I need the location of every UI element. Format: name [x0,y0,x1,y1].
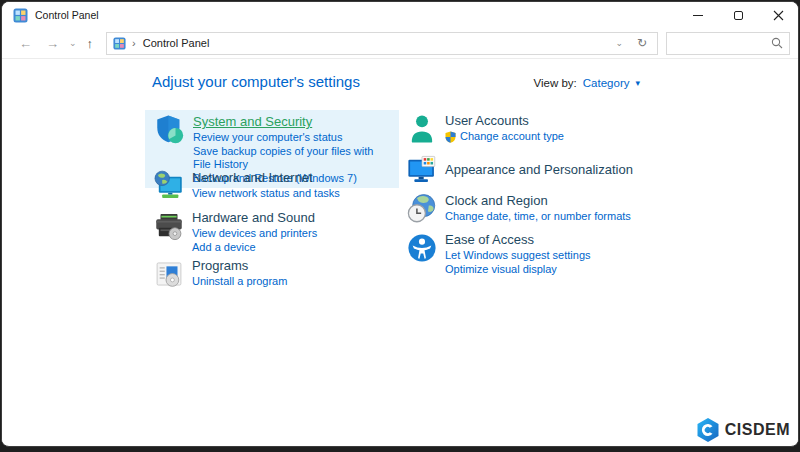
task-link[interactable]: Add a device [192,241,317,255]
breadcrumb-location[interactable]: Control Panel [143,37,210,49]
forward-icon[interactable]: → [39,36,66,51]
cisdem-watermark: CISDEM [696,417,790,443]
category-programs[interactable]: Programs Uninstall a program [152,257,287,291]
navigation-bar: ← → ⌄ ↑ › Control Panel ⌄ ↻ [2,28,798,59]
cisdem-logo-icon [696,417,720,443]
category-text: Appearance and Personalization [445,153,633,187]
task-link-with-uac[interactable]: Change account type [445,130,564,144]
maximize-button[interactable] [718,2,758,28]
printer-icon [152,209,186,243]
chevron-down-icon[interactable]: ▾ [635,78,640,88]
page-title: Adjust your computer's settings [152,73,360,90]
search-box[interactable] [666,32,790,55]
window-controls [678,2,798,28]
task-link[interactable]: Review your computer's status [193,131,391,145]
security-shield-icon [153,113,187,147]
category-title-link[interactable]: Programs [192,257,287,274]
category-user-accounts[interactable]: User Accounts Change account type [405,112,564,146]
category-text: Network and Internet View network status… [192,169,340,203]
category-text: Ease of Access Let Windows suggest setti… [445,231,591,276]
control-panel-icon [13,8,28,23]
category-title-link[interactable]: Ease of Access [445,231,591,248]
accessibility-person-icon [405,231,439,265]
category-ease-of-access[interactable]: Ease of Access Let Windows suggest setti… [405,231,591,276]
category-network-and-internet[interactable]: Network and Internet View network status… [152,169,340,203]
task-link[interactable]: View devices and printers [192,227,317,241]
titlebar: Control Panel [2,2,798,28]
task-link[interactable]: Let Windows suggest settings [445,249,591,263]
task-link[interactable]: Uninstall a program [192,275,287,289]
monitor-personalization-icon [405,153,439,187]
view-by-control: View by: Category ▾ [534,77,640,89]
address-bar[interactable]: › Control Panel ⌄ ↻ [106,32,658,55]
category-title-link[interactable]: Appearance and Personalization [445,161,633,178]
uac-shield-icon [445,131,456,143]
task-link[interactable]: Optimize visual display [445,263,591,277]
category-title-link[interactable]: Network and Internet [192,169,340,186]
user-silhouette-icon [405,112,439,146]
task-link[interactable]: View network status and tasks [192,187,340,201]
window-title: Control Panel [35,9,99,21]
maximize-icon [734,11,743,20]
refresh-icon[interactable]: ↻ [633,36,651,50]
task-link[interactable]: Save backup copies of your files with Fi… [193,145,391,172]
minimize-icon [693,15,703,16]
control-panel-window: Control Panel ← → ⌄ ↑ › Contro [1,1,799,447]
category-title-link[interactable]: Hardware and Sound [192,209,317,226]
minimize-button[interactable] [678,2,718,28]
task-link[interactable]: Change date, time, or number formats [445,210,631,224]
back-icon[interactable]: ← [12,36,39,51]
category-title-link[interactable]: Clock and Region [445,192,631,209]
close-button[interactable] [758,2,798,28]
content-area: Adjust your computer's settings View by:… [2,59,798,445]
category-text: Clock and Region Change date, time, or n… [445,192,631,226]
up-icon[interactable]: ↑ [80,36,101,51]
task-link-label: Change account type [460,130,564,144]
view-by-label: View by: [534,77,577,89]
view-by-dropdown[interactable]: Category [583,77,630,89]
programs-window-disc-icon [152,257,186,291]
breadcrumb-chevron-icon[interactable]: › [132,37,136,49]
brand-name: CISDEM [725,421,790,439]
close-icon [773,10,784,21]
category-hardware-and-sound[interactable]: Hardware and Sound View devices and prin… [152,209,317,254]
category-appearance-and-personalization[interactable]: Appearance and Personalization [405,153,633,187]
search-input[interactable] [673,37,771,49]
control-panel-location-icon [113,37,126,50]
address-dropdown-icon[interactable]: ⌄ [605,38,633,48]
category-text: User Accounts Change account type [445,112,564,146]
network-monitor-globe-icon [152,169,186,203]
search-icon [771,37,783,49]
globe-clock-icon [405,192,439,226]
category-text: Programs Uninstall a program [192,257,287,291]
category-title-link[interactable]: System and Security [193,113,391,130]
category-title-link[interactable]: User Accounts [445,112,564,129]
category-text: Hardware and Sound View devices and prin… [192,209,317,254]
history-dropdown-icon[interactable]: ⌄ [66,38,80,48]
category-clock-and-region[interactable]: Clock and Region Change date, time, or n… [405,192,631,226]
